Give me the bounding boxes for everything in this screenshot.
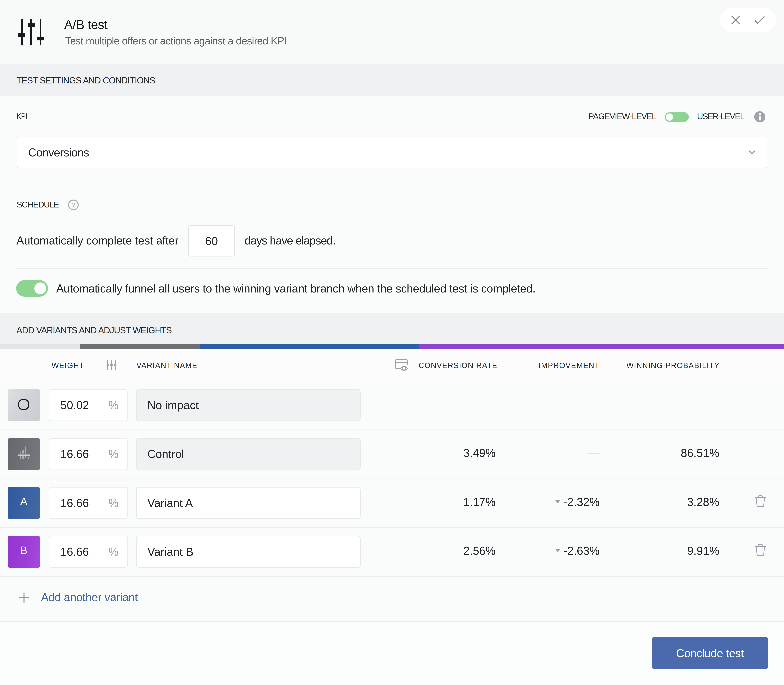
svg-text:?: ? bbox=[71, 201, 75, 208]
